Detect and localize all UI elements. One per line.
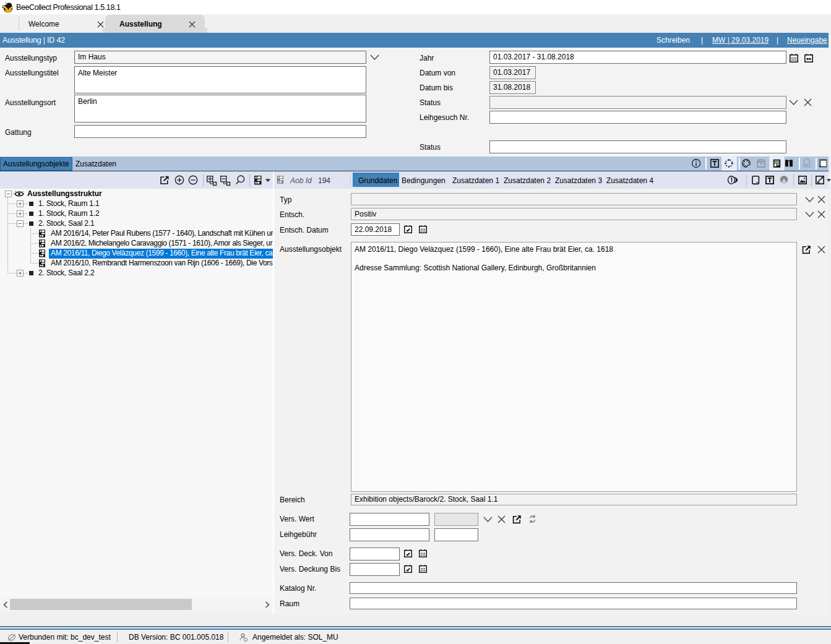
svg-text:abc: abc: [804, 164, 812, 168]
